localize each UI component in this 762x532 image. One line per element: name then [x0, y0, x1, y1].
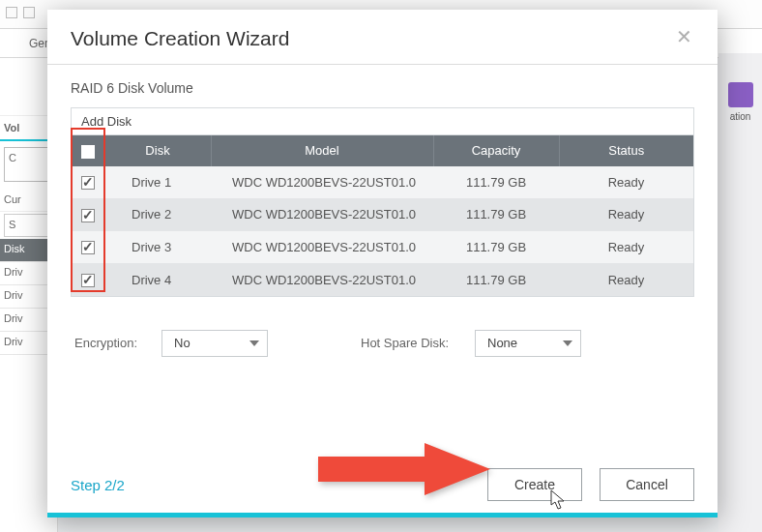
chevron-down-icon: [249, 340, 259, 346]
table-row[interactable]: Drive 4WDC WD1200BEVS-22UST01.0111.79 GB…: [72, 263, 693, 296]
volume-type-label: RAID 6 Disk Volume: [71, 80, 694, 96]
cell-model: WDC WD1200BEVS-22UST01.0: [211, 263, 433, 296]
disk-table-container: Add Disk Disk Model Capacity Status Driv…: [71, 107, 694, 297]
table-row[interactable]: Drive 1WDC WD1200BEVS-22UST01.0111.79 GB…: [72, 166, 693, 199]
table-row[interactable]: Drive 3WDC WD1200BEVS-22UST01.0111.79 GB…: [72, 231, 693, 264]
hot-spare-select[interactable]: None: [475, 330, 581, 357]
select-all-checkbox[interactable]: [81, 145, 95, 159]
step-indicator: Step 2/2: [71, 477, 125, 493]
row-checkbox[interactable]: [81, 274, 95, 287]
create-button-label: Create: [514, 477, 555, 492]
encryption-select[interactable]: No: [161, 330, 268, 357]
bg-side-s: S: [4, 214, 53, 237]
cell-model: WDC WD1200BEVS-22UST01.0: [211, 166, 433, 199]
bg-side-c: C: [4, 147, 53, 182]
dialog-title: Volume Creation Wizard: [71, 27, 289, 50]
accent-bar: [47, 513, 718, 517]
cell-status: Ready: [559, 263, 693, 296]
cell-capacity: 111.79 GB: [433, 198, 559, 231]
add-disk-button[interactable]: Add Disk: [72, 108, 693, 135]
cancel-button-label: Cancel: [626, 477, 668, 492]
table-row[interactable]: Drive 2WDC WD1200BEVS-22UST01.0111.79 GB…: [72, 198, 693, 231]
bg-right-label: ation: [718, 111, 762, 122]
col-capacity: Capacity: [433, 135, 559, 166]
cell-capacity: 111.79 GB: [433, 231, 559, 264]
encryption-value: No: [174, 336, 190, 350]
create-button[interactable]: Create: [487, 468, 582, 501]
cell-disk: Drive 4: [104, 263, 211, 296]
cell-disk: Drive 1: [104, 166, 211, 199]
row-checkbox[interactable]: [81, 241, 95, 254]
bg-right-icon: [728, 82, 753, 107]
hot-spare-value: None: [487, 336, 517, 350]
disk-table: Disk Model Capacity Status Drive 1WDC WD…: [72, 135, 693, 296]
header-checkbox-cell[interactable]: [72, 135, 104, 166]
cancel-button[interactable]: Cancel: [600, 468, 694, 501]
row-checkbox[interactable]: [81, 176, 95, 190]
row-checkbox[interactable]: [81, 209, 95, 222]
cell-model: WDC WD1200BEVS-22UST01.0: [211, 231, 433, 264]
cell-capacity: 111.79 GB: [433, 166, 559, 199]
col-disk: Disk: [104, 135, 211, 166]
encryption-label: Encryption:: [74, 336, 144, 350]
cell-capacity: 111.79 GB: [433, 263, 559, 296]
cell-disk: Drive 3: [104, 231, 211, 264]
chevron-down-icon: [563, 340, 572, 346]
cell-model: WDC WD1200BEVS-22UST01.0: [211, 198, 433, 231]
close-icon[interactable]: ✕: [674, 27, 694, 46]
cell-disk: Drive 2: [104, 198, 211, 231]
cell-status: Ready: [559, 231, 693, 264]
col-status: Status: [559, 135, 693, 166]
col-model: Model: [211, 135, 433, 166]
hot-spare-label: Hot Spare Disk:: [361, 336, 457, 350]
cell-status: Ready: [559, 166, 693, 199]
volume-creation-wizard-dialog: Volume Creation Wizard ✕ RAID 6 Disk Vol…: [47, 10, 718, 517]
cell-status: Ready: [559, 198, 693, 231]
